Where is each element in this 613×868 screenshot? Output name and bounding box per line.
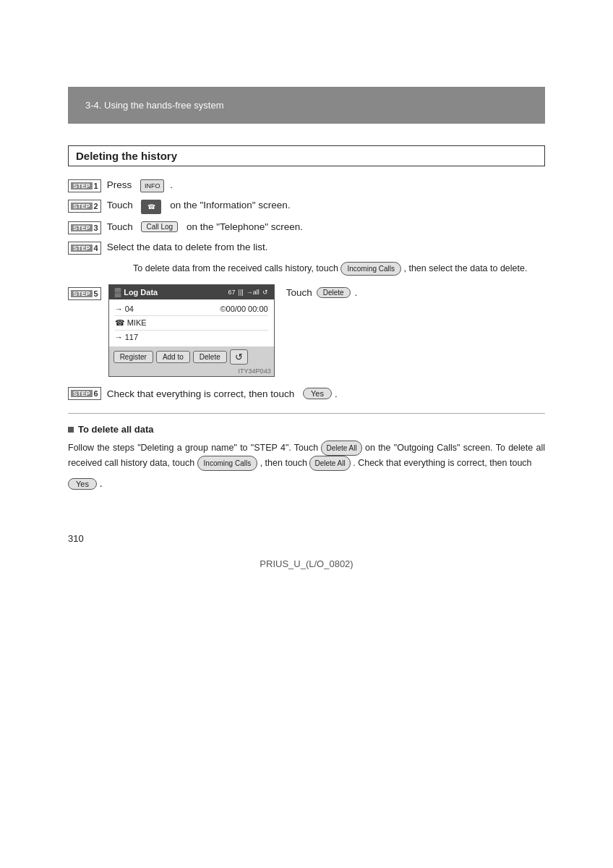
note-text: To delete data from the received calls h… <box>133 263 340 273</box>
step-3-suffix: on the "Telephone" screen. <box>187 221 303 232</box>
bars-icon: ||| <box>239 289 244 296</box>
svg-text:☎: ☎ <box>147 203 155 210</box>
log-data-header: ▒ Log Data 67 ||| →all ↺ <box>109 285 274 299</box>
log-icon: ▒ <box>115 287 121 297</box>
log-data-footer: Register Add to Delete ↺ <box>109 346 274 367</box>
log-data-screen: ▒ Log Data 67 ||| →all ↺ → 04 <box>108 284 275 377</box>
step-3-row: STEP 3 Touch Call Log on the "Telephone"… <box>68 221 545 234</box>
step-3-text: Touch <box>107 221 133 232</box>
step-6-period: . <box>335 388 338 399</box>
footer: PRIUS_U_(L/O_0802) <box>0 558 613 584</box>
entry-1-arrow: → 04 <box>115 305 134 313</box>
step-6-row: STEP 6 Check that everything is correct,… <box>68 387 545 400</box>
bullet-icon <box>68 427 74 433</box>
step-6-text: Check that everything is correct, then t… <box>107 388 295 399</box>
section-title-box: Deleting the history <box>68 145 545 166</box>
log-entry-1: → 04 ©00/00 00:00 <box>115 302 268 316</box>
delete-all-para4: . Check that everything is correct, then… <box>353 458 531 468</box>
step-2-suffix: on the "Information" screen. <box>170 200 290 210</box>
step-2-badge: STEP 2 <box>68 200 101 213</box>
incoming-calls-button: Incoming Calls <box>340 262 401 276</box>
yes-button-delete-all[interactable]: Yes <box>68 478 97 490</box>
yes-button-step6[interactable]: Yes <box>303 388 332 399</box>
page-number-text: 310 <box>68 533 84 544</box>
telephone-icon: ☎ <box>141 200 161 214</box>
step-5-touch-label: Touch <box>286 287 312 298</box>
entry-2-icon: ☎ MIKE <box>115 318 147 328</box>
register-button[interactable]: Register <box>113 351 153 363</box>
delete-all-period: . <box>100 477 103 489</box>
step-1-suffix: . <box>167 179 173 190</box>
delete-all-para3: , then touch <box>260 458 310 468</box>
log-data-body: → 04 ©00/00 00:00 ☎ MIKE → 117 <box>109 299 274 346</box>
note-suffix: , then select the data to delete. <box>404 263 528 273</box>
step-1-row: STEP 1 Press INFO . <box>68 179 545 192</box>
log-title-text: Log Data <box>124 288 158 297</box>
step-1-badge: STEP 1 <box>68 179 101 192</box>
call-log-button: Call Log <box>141 221 178 232</box>
back-icon: ↺ <box>262 289 268 296</box>
entry-3-arrow: → 117 <box>115 333 138 341</box>
entry-1-time: ©00/00 00:00 <box>220 305 267 313</box>
step-5-row: STEP 5 ▒ Log Data 67 ||| →all <box>68 284 545 377</box>
log-entry-2: ☎ MIKE <box>115 316 268 331</box>
step-4-badge: STEP 4 <box>68 242 101 255</box>
image-ref: ITY34P043 <box>109 367 274 376</box>
step-5-screen-area: STEP 5 ▒ Log Data 67 ||| →all <box>68 284 275 377</box>
step-1-text: Press <box>107 179 132 190</box>
step-2-row: STEP 2 Touch ☎ on the "Information" scre… <box>68 200 545 214</box>
log-data-title: ▒ Log Data <box>115 287 158 297</box>
delete-all-section: To delete all data Follow the steps "Del… <box>68 424 545 490</box>
incoming-calls-button-2: Incoming Calls <box>197 456 258 471</box>
info-button[interactable]: INFO <box>140 179 165 192</box>
section-title: Deleting the history <box>76 150 177 162</box>
step-4-row: STEP 4 Select the data to delete from th… <box>68 242 545 255</box>
delete-all-yes-row: Yes . <box>68 477 545 490</box>
log-data-icons: 67 ||| →all ↺ <box>228 289 268 296</box>
delete-all-para1: Follow the steps "Deleting a group name"… <box>68 443 321 453</box>
back-arrow-button[interactable]: ↺ <box>230 349 248 365</box>
call-icon: →all <box>247 289 260 296</box>
signal-icon: 67 <box>228 289 236 296</box>
log-entry-3: → 117 <box>115 331 268 344</box>
delete-footer-button[interactable]: Delete <box>193 351 227 363</box>
step-5-period: . <box>355 287 358 298</box>
delete-all-button-1[interactable]: Delete All <box>321 441 361 456</box>
main-content: Deleting the history STEP 1 Press INFO .… <box>68 145 545 544</box>
delete-button[interactable]: Delete <box>317 287 351 298</box>
step-6-badge: STEP 6 <box>68 387 101 400</box>
step-4-note: To delete data from the received calls h… <box>133 262 545 276</box>
step-5-touch-text: Touch Delete . <box>286 284 358 298</box>
step-4-text: Select the data to delete from the list. <box>107 242 268 252</box>
delete-all-title-text: To delete all data <box>78 424 154 435</box>
divider <box>68 413 545 414</box>
delete-all-button-2[interactable]: Delete All <box>309 456 350 471</box>
step-5-badge: STEP 5 <box>68 287 101 300</box>
add-to-button[interactable]: Add to <box>156 351 190 363</box>
step-2-text: Touch <box>107 200 133 210</box>
page-number: 310 <box>68 533 545 544</box>
header-bar: 3-4. Using the hands-free system <box>68 87 545 124</box>
header-subtitle: 3-4. Using the hands-free system <box>85 100 223 111</box>
step-3-badge: STEP 3 <box>68 221 101 234</box>
delete-all-title: To delete all data <box>68 424 545 435</box>
footer-text: PRIUS_U_(L/O_0802) <box>260 558 353 569</box>
delete-all-para: Follow the steps "Deleting a group name"… <box>68 441 545 472</box>
